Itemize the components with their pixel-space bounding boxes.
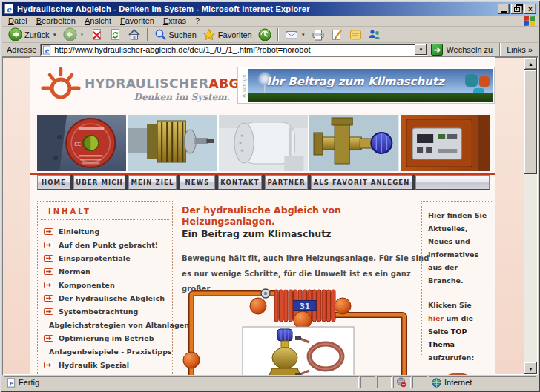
- edit-button[interactable]: [328, 27, 346, 42]
- favorites-label: Favoriten: [218, 30, 252, 39]
- go-label: Wechseln zu: [446, 45, 493, 54]
- site-tagline: Denken im System.: [119, 92, 230, 102]
- photo-valve-insert: [128, 115, 217, 171]
- status-pane-empty: [412, 376, 427, 388]
- minimize-button[interactable]: [498, 4, 510, 14]
- banner-grass: [248, 93, 493, 102]
- mail-dropdown-icon[interactable]: ▼: [301, 33, 306, 37]
- sidebar-item[interactable]: Anlagenbeispiele - Praxistipps: [44, 347, 168, 356]
- zone-label: Internet: [444, 378, 472, 387]
- menu-favoriten[interactable]: Favoriten: [116, 16, 159, 26]
- history-button[interactable]: [255, 27, 274, 42]
- ad-tag: Anzeige: [240, 69, 248, 102]
- menu-ansicht[interactable]: Ansicht: [80, 16, 116, 26]
- forward-button[interactable]: ▼: [60, 27, 88, 42]
- toolbar: Zurück ▼ ▼: [2, 27, 538, 43]
- address-bar: Adresse e http://www.hydraulischer-abgle…: [2, 43, 538, 57]
- heating-system-illustration: 31: [178, 285, 415, 375]
- vertical-scrollbar[interactable]: ▲ ▼: [524, 58, 537, 374]
- aside-panel: Hier finden Sie Aktuelles, Neues und Inf…: [421, 201, 493, 356]
- stop-button[interactable]: [88, 27, 106, 42]
- status-zone-pane: Internet: [429, 376, 536, 388]
- content-sidebar: INHALT Einleitung Auf den Punkt gebracht…: [37, 201, 173, 375]
- nav-news[interactable]: NEWS: [180, 175, 215, 190]
- chevron-down-icon: ▼: [418, 47, 423, 52]
- close-button[interactable]: ×: [524, 4, 536, 14]
- sidebar-item[interactable]: Der hydraulische Abgleich: [44, 293, 168, 303]
- nav-partner[interactable]: PARTNER: [265, 175, 308, 190]
- ie-page-icon: e: [42, 45, 51, 55]
- menu-hilfe[interactable]: ?: [191, 16, 204, 26]
- nav-als-favorit-anlegen[interactable]: ALS FAVORIT ANLEGEN: [311, 175, 412, 190]
- address-url[interactable]: http://www.hydraulischer-abgleich.de/deu…: [54, 45, 414, 54]
- internet-globe-icon: [432, 378, 441, 388]
- menu-extras[interactable]: Extras: [159, 16, 191, 26]
- sidebar-item[interactable]: Abgleichstrategien von Altanlagen: [44, 320, 168, 330]
- aside-text-1: Hier finden Sie Aktuelles, Neues und Inf…: [428, 209, 487, 287]
- scrollbar-thumb[interactable]: [524, 70, 537, 174]
- home-icon: [128, 28, 141, 41]
- sidebar-list: Einleitung Auf den Punkt gebracht! Einsp…: [38, 220, 172, 375]
- sidebar-item[interactable]: Einleitung: [44, 227, 168, 236]
- sidebar-item[interactable]: Systembetrachtung: [44, 307, 168, 316]
- arrow-icon: [44, 255, 53, 262]
- back-dropdown-icon[interactable]: ▼: [53, 33, 57, 37]
- discuss-icon: [349, 29, 362, 41]
- photo-thermostat: [219, 115, 308, 171]
- svg-text:CE: CE: [74, 141, 81, 147]
- sidebar-item[interactable]: Optimierung im Betrieb: [44, 333, 168, 343]
- menu-bar: Datei Bearbeiten Ansicht Favoriten Extra…: [2, 16, 538, 27]
- scroll-up-button[interactable]: ▲: [524, 58, 537, 70]
- address-input[interactable]: e http://www.hydraulischer-abgleich.de/d…: [40, 44, 427, 56]
- main-content: Der hydraulische Abgleich von Heizungsan…: [182, 205, 434, 297]
- menu-datei[interactable]: Datei: [4, 16, 32, 26]
- ie-page-icon: e: [4, 4, 14, 14]
- home-button[interactable]: [125, 27, 144, 42]
- scroll-down-button[interactable]: ▼: [524, 362, 537, 374]
- arrow-icon: [44, 362, 53, 368]
- menu-bearbeiten[interactable]: Bearbeiten: [32, 16, 80, 26]
- forward-dropdown-icon[interactable]: ▼: [80, 33, 85, 37]
- nav-filler: [415, 175, 490, 190]
- go-button[interactable]: ➔ Wechseln zu: [427, 44, 496, 56]
- forward-icon: [63, 27, 77, 41]
- links-label: Links: [507, 45, 526, 54]
- mail-button[interactable]: ▼: [282, 27, 309, 42]
- svg-text:e: e: [45, 46, 50, 53]
- address-dropdown-button[interactable]: ▼: [415, 44, 427, 55]
- nav-kontakt[interactable]: KONTAKT: [218, 175, 262, 190]
- nav-mein-ziel[interactable]: MEIN ZIEL: [128, 175, 177, 190]
- sidebar-item[interactable]: Auf den Punkt gebracht!: [44, 240, 168, 250]
- sidebar-item[interactable]: Hydraulik Spezial: [44, 360, 168, 370]
- minimize-icon: [501, 11, 507, 13]
- browser-viewport: HYDRAULISCHERABGLEICH Denken im System. …: [2, 57, 538, 375]
- scroll-down-icon: ▼: [528, 366, 533, 371]
- print-button[interactable]: [309, 27, 328, 42]
- status-message-pane: e Fertig: [4, 376, 359, 388]
- restore-button[interactable]: [511, 4, 523, 14]
- sidebar-item[interactable]: Einsparpotentiale: [44, 253, 168, 263]
- banner-ad[interactable]: Anzeige Ihr Beitrag zum Klimaschutz: [237, 67, 495, 104]
- messenger-button[interactable]: [365, 27, 384, 42]
- close-icon: ×: [528, 5, 533, 13]
- search-button[interactable]: Suchen: [151, 27, 200, 42]
- nav-home[interactable]: HOME: [37, 175, 70, 190]
- hier-link[interactable]: hier: [428, 314, 444, 322]
- arrow-icon: [44, 228, 53, 235]
- aside-text-2: Klicken Sie hier um die Seite TOP Thema …: [428, 299, 487, 364]
- search-label: Suchen: [169, 30, 197, 39]
- stop-icon: [90, 28, 103, 41]
- refresh-button[interactable]: [106, 27, 125, 42]
- discuss-button[interactable]: [346, 27, 365, 42]
- svg-text:e: e: [7, 5, 12, 13]
- messenger-icon: [368, 28, 381, 41]
- back-button[interactable]: Zurück ▼: [5, 27, 60, 42]
- links-button[interactable]: Links »: [504, 45, 536, 54]
- nav-ueber-mich[interactable]: ÜBER MICH: [73, 175, 125, 190]
- photo-strip: CE: [37, 115, 490, 171]
- sidebar-item[interactable]: Komponenten: [44, 280, 168, 290]
- favorites-button[interactable]: Favoriten: [200, 27, 255, 42]
- sidebar-item[interactable]: Normen: [44, 267, 168, 276]
- title-bar: e Hydraulischer Abgleich - Denken im Sys…: [2, 2, 538, 16]
- edit-icon: [331, 28, 343, 41]
